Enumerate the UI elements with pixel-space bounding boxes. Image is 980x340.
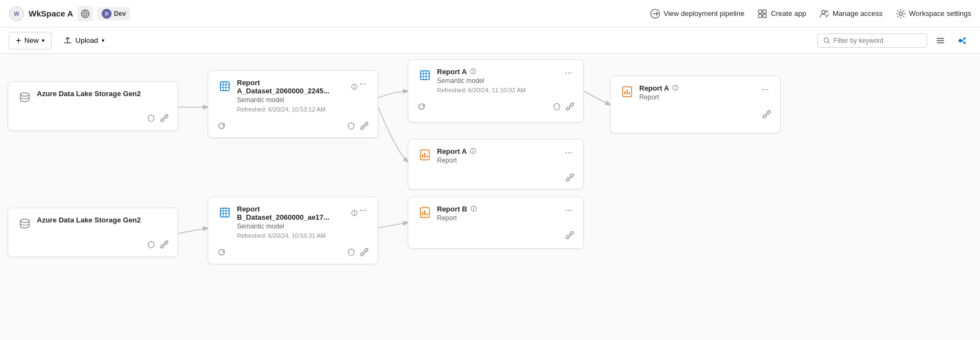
- pipeline-icon: [650, 9, 660, 19]
- card-report-a-sm-title: Report A ⓘ: [437, 68, 525, 76]
- card-dataset2-more-button[interactable]: ···: [357, 205, 369, 216]
- card-adls1-sensitivity-icon[interactable]: [147, 114, 156, 124]
- view-pipeline-label: View deployment pipeline: [663, 9, 744, 18]
- svg-rect-32: [627, 90, 628, 94]
- card-adls2-header: Azure Data Lake Storage Gen2: [17, 216, 169, 231]
- card-report-b-title: Report B ⓘ: [437, 205, 477, 213]
- card-report-a-final-subtitle: Report: [639, 93, 678, 101]
- card-dataset2-title: Report B_Dataset_2060000_ae17... ⓘ: [237, 205, 357, 221]
- card-report-a-sm-more-button[interactable]: ···: [563, 68, 574, 79]
- create-app-button[interactable]: Create app: [757, 9, 806, 19]
- plus-icon: +: [16, 36, 21, 46]
- card-dataset2: Report B_Dataset_2060000_ae17... ⓘ Seman…: [208, 197, 378, 264]
- svg-point-8: [822, 10, 825, 14]
- card-dataset2-link-icon[interactable]: [360, 248, 369, 258]
- app-icon: [757, 9, 767, 19]
- svg-point-14: [964, 42, 966, 44]
- card-dataset2-sensitivity-icon[interactable]: [347, 248, 356, 258]
- card-adls1-header: Azure Data Lake Storage Gen2: [17, 90, 169, 105]
- storage-icon-1: [17, 90, 32, 105]
- card-report-a-subtitle: Report: [437, 157, 476, 164]
- card-dataset1-sensitivity-icon[interactable]: [347, 121, 356, 132]
- semantic-model-icon-3: [217, 205, 232, 220]
- card-dataset1-link-icon[interactable]: [360, 121, 369, 132]
- globe-icon-button[interactable]: [77, 6, 93, 21]
- card-adls1: Azure Data Lake Storage Gen2: [8, 81, 178, 131]
- workspace-settings-button[interactable]: Workspace settings: [896, 9, 971, 19]
- card-dataset1-title-group: Report A_Dataset_2060000_2245... ⓘ Seman…: [217, 79, 357, 113]
- card-adls2-sensitivity-icon[interactable]: [147, 240, 156, 250]
- card-dataset1-title: Report A_Dataset_2060000_2245... ⓘ: [237, 79, 357, 95]
- card-report-b-text: Report B ⓘ Report: [437, 205, 477, 222]
- card-dataset2-refresh: Refreshed: 6/20/24, 10:53:31 AM: [237, 232, 357, 239]
- card-report-a-more-button[interactable]: ···: [563, 147, 574, 158]
- card-report-a-final-text: Report A ⓘ Report: [639, 84, 678, 101]
- svg-rect-43: [427, 213, 428, 215]
- card-report-a-final-link-icon[interactable]: [762, 110, 771, 120]
- semantic-model-icon-1: [217, 79, 232, 94]
- svg-rect-21: [420, 71, 429, 80]
- card-report-a-sm-info-icon: ⓘ: [470, 68, 476, 76]
- card-dataset2-header: Report B_Dataset_2060000_ae17... ⓘ Seman…: [217, 205, 369, 239]
- svg-rect-5: [763, 10, 766, 13]
- card-dataset1-refresh: Refreshed: 6/20/24, 10:53:12 AM: [237, 106, 357, 113]
- card-adls2: Azure Data Lake Storage Gen2: [8, 208, 178, 257]
- card-report-b-info-icon: ⓘ: [470, 205, 477, 213]
- view-deployment-pipeline-button[interactable]: View deployment pipeline: [650, 9, 744, 19]
- card-report-a-sm-refresh-icon[interactable]: [417, 102, 426, 113]
- svg-rect-6: [758, 14, 762, 18]
- card-report-a-sm-subtitle: Semantic model: [437, 77, 525, 85]
- card-dataset1-text: Report A_Dataset_2060000_2245... ⓘ Seman…: [237, 79, 357, 113]
- search-box[interactable]: [817, 34, 927, 48]
- card-adls1-link-icon[interactable]: [160, 114, 169, 124]
- card-dataset1-refresh-icon[interactable]: [217, 121, 226, 132]
- dev-badge-icon: D: [102, 9, 112, 19]
- svg-rect-31: [624, 91, 625, 94]
- manage-access-button[interactable]: Manage access: [820, 9, 883, 19]
- card-dataset2-refresh-icon[interactable]: [217, 248, 226, 258]
- svg-point-10: [899, 12, 903, 15]
- new-button[interactable]: + New ▾: [9, 32, 52, 49]
- svg-point-13: [964, 37, 966, 40]
- card-report-a-sm-footer: [417, 99, 574, 113]
- card-adls2-link-icon[interactable]: [160, 240, 169, 250]
- card-report-a-sm-link-icon[interactable]: [566, 102, 574, 113]
- card-dataset2-text: Report B_Dataset_2060000_ae17... ⓘ Seman…: [237, 205, 357, 239]
- report-icon-2: [619, 84, 635, 99]
- card-report-a-title: Report A ⓘ: [437, 147, 476, 155]
- view-toggle-button[interactable]: [954, 32, 971, 49]
- upload-button[interactable]: Upload ▾: [56, 32, 111, 49]
- card-dataset2-subtitle: Semantic model: [237, 222, 357, 230]
- card-adls1-title-group: Azure Data Lake Storage Gen2: [17, 90, 141, 105]
- card-adls2-title: Azure Data Lake Storage Gen2: [37, 216, 141, 224]
- dev-badge[interactable]: D Dev: [97, 7, 130, 20]
- card-report-a-final-more-button[interactable]: ···: [760, 84, 771, 95]
- svg-rect-35: [220, 208, 229, 217]
- card-adls2-title-group: Azure Data Lake Storage Gen2: [17, 216, 141, 231]
- filter-menu-button[interactable]: [932, 32, 949, 49]
- card-report-b-header: Report B ⓘ Report ···: [417, 205, 574, 222]
- card-report-a-final-footer: [619, 107, 771, 120]
- upload-button-label: Upload: [75, 36, 98, 44]
- card-dataset1-footer: [217, 118, 369, 132]
- card-report-a-sm-refresh: Refreshed: 6/20/24, 11:10:02 AM: [437, 87, 525, 93]
- lineage-icon: [957, 36, 967, 46]
- card-report-a-sm-sensitivity-icon[interactable]: [552, 102, 561, 113]
- svg-rect-28: [424, 153, 425, 158]
- card-report-b-more-button[interactable]: ···: [563, 205, 574, 216]
- card-dataset1-more-button[interactable]: ···: [357, 79, 369, 90]
- card-report-a-link-icon[interactable]: [566, 173, 574, 183]
- svg-rect-27: [422, 154, 423, 158]
- card-report-a-info-icon: ⓘ: [470, 147, 476, 155]
- card-report-b-footer: [417, 227, 574, 241]
- card-report-a-final-title-group: Report A ⓘ Report: [619, 84, 678, 101]
- svg-rect-4: [758, 10, 762, 13]
- search-input[interactable]: [834, 37, 921, 44]
- card-report-b-link-icon[interactable]: [566, 231, 574, 241]
- workspace-name[interactable]: WkSpace A: [29, 9, 73, 18]
- svg-point-34: [20, 219, 29, 222]
- card-dataset2-footer: [217, 244, 369, 258]
- topbar-right: View deployment pipeline Create app Mana…: [650, 9, 971, 19]
- dev-badge-label: Dev: [114, 10, 126, 18]
- upload-chevron-icon: ▾: [102, 37, 104, 43]
